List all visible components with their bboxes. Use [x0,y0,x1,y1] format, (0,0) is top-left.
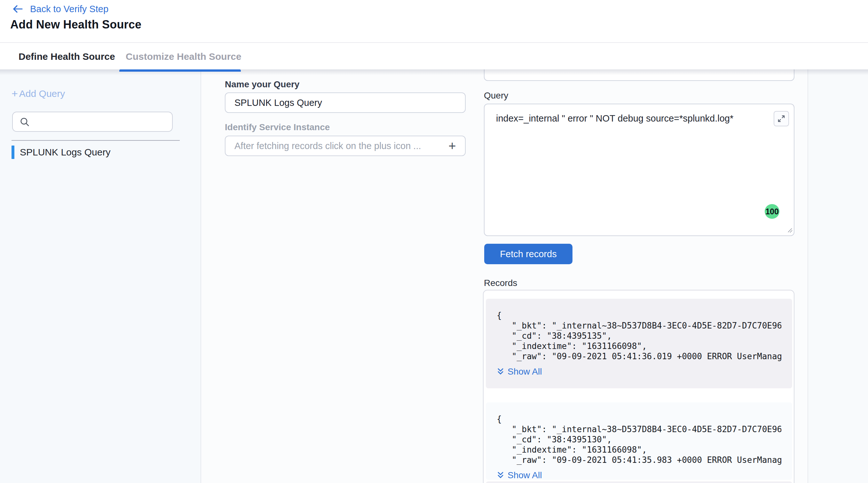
json-line: { [497,414,781,424]
arrow-left-icon [12,4,23,14]
add-query-button[interactable]: + Add Query [11,87,65,100]
right-gutter-panel [808,69,868,483]
page-title: Add New Health Source [10,18,142,31]
service-instance-field: + [225,135,466,156]
main-panel: Name your Query Identify Service Instanc… [201,69,808,483]
app-header: Back to Verify Step Add New Health Sourc… [0,0,868,43]
records-list: { "_bkt": "_internal~38~D537D8B4-3EC0-4D… [483,290,795,483]
query-label: Query [484,91,508,101]
content-area: + Add Query SPLUNK Logs Query Name your … [0,69,868,483]
active-tab-underline [119,69,241,72]
record-count-badge: 100 [765,204,779,219]
tab-define-health-source[interactable]: Define Health Source [19,43,115,69]
json-line: "_bkt": "_internal~38~D537D8B4-3EC0-4D5E… [497,321,781,331]
double-chevron-down-icon [497,367,504,376]
service-instance-label: Identify Service Instance [225,122,330,132]
tab-bar: Define Health Source Customize Health So… [0,43,868,69]
json-line: "_bkt": "_internal~38~D537D8B4-3EC0-4D5E… [497,424,781,434]
show-all-link[interactable]: Show All [497,470,542,480]
show-all-label: Show All [507,367,542,377]
json-line: { [497,310,781,321]
sidebar-divider [11,140,180,141]
search-input[interactable] [35,112,172,131]
resize-grip-icon[interactable] [787,227,793,234]
back-link-label: Back to Verify Step [30,4,108,14]
json-line: "_indextime": "1631166098", [497,445,781,455]
query-textarea[interactable]: index=_internal " error " NOT debug sour… [485,104,794,235]
selected-indicator-bar [11,146,14,159]
search-icon [19,116,30,127]
expand-query-button[interactable] [774,111,789,126]
name-query-label: Name your Query [225,79,299,90]
service-instance-input[interactable] [225,135,466,156]
record-card [486,481,792,483]
show-all-link[interactable]: Show All [497,367,542,377]
back-to-verify-link[interactable]: Back to Verify Step [12,3,108,15]
query-name-input[interactable] [225,92,466,113]
add-service-instance-plus-icon[interactable]: + [444,138,460,154]
maximize-icon [777,114,786,123]
json-line: "_raw": "09-09-2021 05:41:35.983 +0000 E… [497,455,781,465]
record-card: { "_bkt": "_internal~38~D537D8B4-3EC0-4D… [486,402,792,480]
show-all-label: Show All [507,470,542,480]
add-query-label: Add Query [19,88,65,99]
json-line: "_cd": "38:4395130", [497,434,781,445]
fetch-records-button[interactable]: Fetch records [484,244,572,264]
records-label: Records [484,278,517,288]
query-sidebar: + Add Query SPLUNK Logs Query [0,69,201,483]
json-line: "_indextime": "1631166098", [497,341,781,351]
tab-customize-health-source[interactable]: Customize Health Source [126,43,242,69]
double-chevron-down-icon [497,471,504,480]
json-line: "_raw": "09-09-2021 05:41:36.019 +0000 E… [497,351,781,361]
sidebar-item-splunk-logs-query[interactable]: SPLUNK Logs Query [11,146,191,159]
query-search-box[interactable] [12,112,173,132]
json-line: "_cd": "38:4395135", [497,331,781,341]
plus-icon: + [11,87,18,100]
query-item-label: SPLUNK Logs Query [20,147,110,158]
record-card: { "_bkt": "_internal~38~D537D8B4-3EC0-4D… [486,299,792,388]
query-editor: index=_internal " error " NOT debug sour… [484,103,795,236]
